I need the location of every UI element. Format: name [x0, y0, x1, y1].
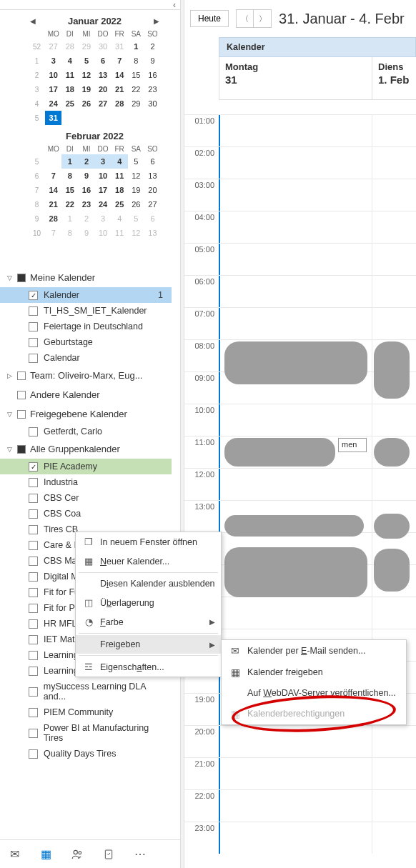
more-icon[interactable]: ⋯ [133, 847, 147, 862]
checkbox[interactable] [29, 667, 38, 676]
date-cell[interactable]: 23 [78, 197, 94, 211]
time-slot[interactable] [219, 276, 372, 307]
calendar-item[interactable]: Getferdt, Carlo [0, 424, 172, 439]
date-cell[interactable]: 22 [61, 197, 78, 211]
date-cell[interactable]: 11 [112, 169, 128, 183]
time-slot[interactable] [219, 822, 372, 854]
date-cell[interactable]: 21 [112, 82, 128, 96]
date-cell[interactable]: 31 [45, 111, 61, 125]
date-cell[interactable] [128, 111, 144, 125]
date-cell[interactable] [112, 111, 128, 125]
checkbox[interactable] [29, 478, 38, 487]
checkbox[interactable] [29, 541, 38, 550]
time-slot[interactable] [372, 565, 416, 597]
date-cell[interactable]: 17 [45, 82, 61, 96]
checkbox[interactable] [29, 427, 38, 437]
date-cell[interactable]: 16 [144, 68, 161, 82]
time-slot[interactable] [372, 308, 416, 339]
time-slot[interactable] [219, 308, 372, 339]
calendar-item[interactable]: Kalender1 [0, 287, 172, 303]
date-cell[interactable]: 6 [95, 54, 112, 68]
sub-publish-webdav[interactable]: Auf WebDAV-Server veröffentlichen... [222, 683, 406, 703]
sub-share-calendar[interactable]: ▦Kalender freigeben [222, 662, 406, 683]
calendar-name-bar[interactable]: Kalender [219, 37, 416, 57]
date-cell[interactable]: 20 [144, 183, 161, 197]
date-cell[interactable]: 4 [112, 211, 128, 226]
ctx-color[interactable]: ◔Farbe▶ [76, 612, 221, 632]
date-cell[interactable]: 9 [78, 226, 94, 240]
date-cell[interactable]: 25 [61, 96, 78, 111]
date-cell[interactable]: 8 [128, 54, 144, 68]
group-team[interactable]: ▷Team: Oliveiro-Marx, Eug... [0, 366, 172, 385]
sub-email-calendar[interactable]: ✉Kalender per E-Mail senden... [222, 640, 406, 662]
next-week-icon[interactable]: 〉 [254, 10, 271, 27]
calendar-item[interactable]: Calendar [0, 350, 172, 366]
date-cell[interactable]: 3 [45, 54, 61, 68]
time-slot[interactable] [219, 147, 372, 179]
date-cell[interactable]: 24 [95, 197, 112, 211]
date-cell[interactable]: 2 [144, 39, 161, 54]
time-slot[interactable] [219, 597, 372, 629]
date-cell[interactable]: 10 [45, 68, 61, 82]
checkbox[interactable] [29, 557, 38, 566]
checkbox[interactable] [29, 494, 38, 503]
checkbox[interactable] [29, 588, 38, 597]
date-cell[interactable]: 19 [128, 183, 144, 197]
checkbox[interactable] [29, 509, 38, 519]
calendar-item[interactable]: Feiertage in Deutschland [0, 319, 172, 334]
date-cell[interactable]: 13 [144, 226, 161, 240]
date-cell[interactable]: 28 [45, 211, 61, 226]
date-cell[interactable]: 29 [128, 96, 144, 111]
ctx-share[interactable]: Freigeben▶ [76, 635, 221, 654]
date-cell[interactable]: 23 [144, 82, 161, 96]
date-cell[interactable]: 8 [61, 169, 78, 183]
date-cell[interactable]: 3 [95, 154, 112, 169]
checkbox[interactable] [29, 525, 38, 534]
calendar-item[interactable]: mySuccess Learning DLA and... [0, 679, 172, 704]
time-slot[interactable] [372, 211, 416, 243]
prev-month-icon[interactable]: ◀ [29, 17, 37, 25]
date-cell[interactable]: 5 [128, 211, 144, 226]
date-cell[interactable]: 1 [61, 154, 78, 169]
time-slot[interactable] [219, 115, 372, 146]
date-cell[interactable]: 16 [78, 183, 94, 197]
date-cell[interactable]: 24 [45, 96, 61, 111]
calendar-item[interactable]: Industria [0, 474, 172, 490]
date-cell[interactable]: 17 [95, 183, 112, 197]
date-cell[interactable]: 30 [144, 96, 161, 111]
date-cell[interactable]: 14 [112, 68, 128, 82]
date-cell[interactable]: 4 [112, 154, 128, 169]
time-slot[interactable] [372, 372, 416, 404]
date-cell[interactable]: 7 [112, 54, 128, 68]
time-slot[interactable] [372, 147, 416, 179]
checkbox[interactable] [29, 635, 38, 644]
date-cell[interactable]: 20 [95, 82, 112, 96]
date-cell[interactable]: 12 [78, 68, 94, 82]
calendar-item[interactable]: Power BI at Manufacturing Tires [0, 720, 172, 746]
day-header-monday[interactable]: Montag 31 [219, 57, 372, 100]
date-cell[interactable]: 10 [95, 169, 112, 183]
date-cell[interactable]: 18 [112, 183, 128, 197]
date-cell[interactable]: 15 [128, 68, 144, 82]
prev-week-icon[interactable]: 〈 [237, 10, 254, 27]
time-slot[interactable] [372, 404, 416, 436]
date-cell[interactable]: 7 [45, 169, 61, 183]
today-button[interactable]: Heute [190, 10, 229, 27]
date-cell[interactable]: 4 [61, 54, 78, 68]
date-cell[interactable]: 18 [61, 82, 78, 96]
time-slot[interactable] [372, 179, 416, 211]
date-cell[interactable]: 21 [45, 197, 61, 211]
date-cell[interactable]: 11 [61, 68, 78, 82]
mail-icon[interactable]: ✉ [7, 847, 21, 862]
date-cell[interactable] [144, 111, 161, 125]
date-cell[interactable]: 28 [112, 96, 128, 111]
time-slot[interactable] [219, 533, 372, 564]
checkbox[interactable] [29, 604, 38, 613]
date-cell[interactable] [61, 111, 78, 125]
date-cell[interactable]: 27 [95, 96, 112, 111]
checkbox[interactable] [29, 291, 38, 300]
checkbox[interactable] [29, 708, 38, 717]
date-cell[interactable]: 26 [78, 96, 94, 111]
date-cell[interactable]: 25 [112, 197, 128, 211]
group-other-calendars[interactable]: Andere Kalender [0, 385, 172, 404]
